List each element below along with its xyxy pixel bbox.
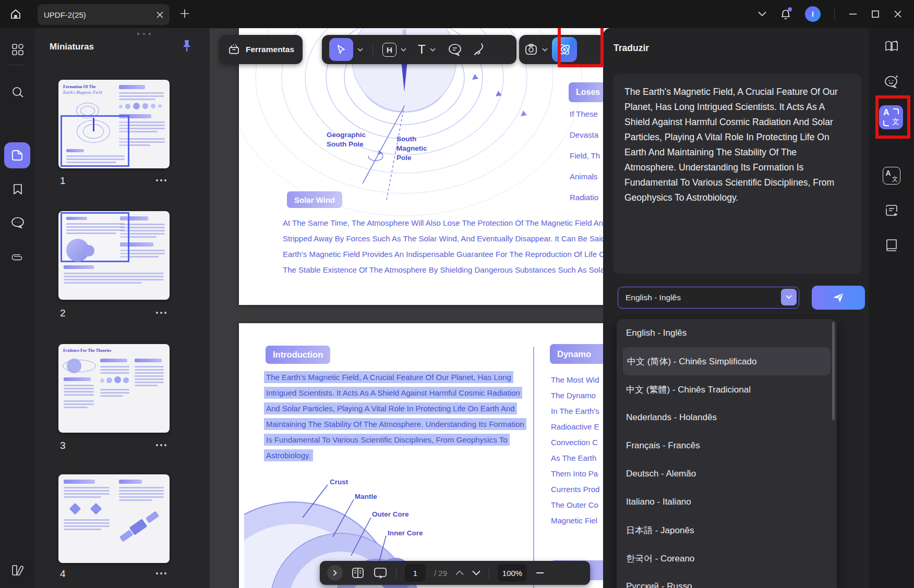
language-select[interactable]: English - Inglês bbox=[618, 287, 799, 309]
translated-text-area[interactable]: The Earth's Magnetic Field, A Crucial Fe… bbox=[613, 74, 861, 274]
bookmark-icon bbox=[11, 182, 25, 196]
selected-text-line[interactable]: The Earth's Magnetic Field, A Crucial Fe… bbox=[264, 373, 513, 382]
reader-mode-button[interactable] bbox=[0, 564, 35, 578]
zoom-out-button[interactable] bbox=[535, 568, 545, 578]
comments-button[interactable] bbox=[0, 216, 35, 229]
selected-text-line[interactable]: Is Fundamental To Various Scientific Dis… bbox=[264, 435, 510, 445]
home-button[interactable] bbox=[5, 4, 26, 24]
scrollbar-thumb[interactable] bbox=[832, 322, 835, 420]
document-tab[interactable]: UPDF-2(25) bbox=[38, 4, 170, 25]
selected-text-line[interactable]: Maintaining The Stability Of The Atmosph… bbox=[264, 420, 526, 429]
avatar[interactable]: I bbox=[805, 6, 821, 22]
chevron-down-icon[interactable] bbox=[758, 11, 766, 17]
snapshot-icon[interactable] bbox=[524, 43, 538, 56]
language-options-list: English - Inglês 中文 (简体) - Chinês Simpli… bbox=[617, 319, 837, 588]
translate-send-button[interactable] bbox=[812, 286, 865, 310]
chevron-down-icon[interactable] bbox=[357, 48, 363, 52]
bar-separator bbox=[489, 567, 489, 579]
thumbnail-more-button[interactable] bbox=[156, 440, 166, 450]
heading-tool-button[interactable]: H bbox=[382, 43, 396, 57]
page-thumbnail-1[interactable]: Formation Of The Earth's Magnetic Field bbox=[58, 80, 170, 168]
selected-text-line[interactable]: Intrigued Scientists. It Acts As A Shiel… bbox=[264, 388, 522, 398]
geographic-south-pole-label: Geographic South Pole bbox=[327, 130, 366, 149]
body-text-line: At The Same Time, The Atmosphere Will Al… bbox=[283, 218, 619, 227]
new-tab-button[interactable] bbox=[178, 7, 191, 20]
mantle-label: Mantle bbox=[355, 492, 377, 501]
zoom-level-value: 100% bbox=[502, 569, 522, 578]
pin-button[interactable] bbox=[180, 39, 194, 54]
tools-button[interactable]: Ferramentas bbox=[219, 35, 303, 64]
chevron-down-icon[interactable] bbox=[401, 48, 406, 52]
grid-icon bbox=[11, 43, 25, 56]
dynamo-text-line: The Dynamo bbox=[551, 391, 596, 400]
selected-text-line[interactable]: And Solar Particles, Playing A Vital Rol… bbox=[264, 404, 517, 413]
thumbnail-more-button[interactable] bbox=[156, 308, 166, 318]
text-glyph: T bbox=[418, 42, 426, 56]
language-option[interactable]: Italiano - Italiano bbox=[617, 488, 837, 516]
minimize-button[interactable] bbox=[848, 9, 858, 19]
signature-tool-button[interactable] bbox=[472, 42, 486, 57]
language-option[interactable]: Русский - Russo bbox=[617, 572, 837, 588]
language-option[interactable]: 日本語 - Japonês bbox=[617, 516, 837, 544]
left-icon-rail bbox=[0, 28, 35, 588]
page-number-input[interactable]: 1 bbox=[405, 564, 426, 582]
glossary-button[interactable] bbox=[869, 239, 914, 252]
chevron-down-icon[interactable] bbox=[430, 48, 436, 52]
close-window-button[interactable] bbox=[893, 9, 903, 19]
annotation-highlight-translate-tab bbox=[875, 95, 910, 139]
toolbar-separator bbox=[372, 43, 373, 56]
notifications-button[interactable] bbox=[780, 8, 791, 20]
heading-glyph: H bbox=[387, 45, 392, 54]
language-option[interactable]: English - Inglês bbox=[617, 319, 837, 347]
body-text-line: The Stable Existence Of The Atmosphere B… bbox=[283, 265, 619, 274]
two-page-view-icon[interactable] bbox=[351, 567, 365, 579]
zoom-level-input[interactable]: 100% bbox=[498, 564, 527, 582]
language-option[interactable]: Nederlands - Holandês bbox=[617, 403, 837, 432]
apps-grid-button[interactable] bbox=[0, 43, 35, 56]
home-icon bbox=[9, 8, 22, 20]
search-button[interactable] bbox=[0, 85, 35, 99]
bookmarks-button[interactable] bbox=[0, 182, 35, 196]
updf-app-window: Geographic South Pole South Magnetic Pol… bbox=[0, 0, 914, 588]
language-option[interactable]: Français - Francês bbox=[617, 432, 837, 460]
page-thumbnail-3[interactable]: Evidence For The Theories bbox=[58, 344, 170, 433]
ai-summary-button[interactable] bbox=[869, 203, 914, 218]
ai-read-button[interactable] bbox=[869, 40, 914, 53]
page-viewport-indicator[interactable] bbox=[61, 212, 129, 262]
expand-button[interactable] bbox=[327, 565, 343, 581]
presentation-mode-icon[interactable] bbox=[373, 567, 388, 579]
pages-icon bbox=[10, 149, 24, 162]
panel-drag-handle[interactable] bbox=[137, 33, 151, 35]
language-select-chevron-button[interactable] bbox=[781, 289, 797, 305]
thumbnails-tab-active[interactable] bbox=[4, 142, 30, 168]
close-tab-icon[interactable] bbox=[157, 11, 163, 18]
dynamo-text-line: The Most Wid bbox=[551, 375, 599, 384]
translate-outline-icon: A 文 bbox=[883, 167, 900, 185]
compare-translate-button[interactable]: A 文 bbox=[869, 167, 914, 185]
book-edit-icon bbox=[10, 564, 25, 578]
select-tool-button-active[interactable] bbox=[329, 38, 353, 61]
attachments-button[interactable] bbox=[0, 250, 35, 265]
chevron-down-icon[interactable] bbox=[542, 48, 548, 52]
page-viewport-indicator[interactable] bbox=[61, 115, 129, 167]
titlebar-separator bbox=[834, 8, 835, 20]
ai-chat-button[interactable] bbox=[869, 74, 914, 89]
maximize-button[interactable] bbox=[871, 10, 880, 18]
body-text-line: Earth's Magnetic Field Provides An Indis… bbox=[283, 250, 617, 259]
next-page-button[interactable] bbox=[472, 570, 480, 575]
solar-wind-badge: Solar Wind bbox=[287, 191, 342, 208]
thumbnail-more-button[interactable] bbox=[156, 568, 166, 579]
chevron-right-icon bbox=[333, 570, 337, 576]
language-option[interactable]: 한국어 - Coreano bbox=[617, 544, 837, 572]
page-thumbnail-4[interactable] bbox=[58, 474, 170, 563]
text-tool-button[interactable]: T bbox=[418, 42, 426, 57]
crust-label: Crust bbox=[330, 477, 348, 487]
language-option[interactable]: 中文 (繁體) - Chinês Tradicional bbox=[617, 375, 837, 403]
previous-page-button[interactable] bbox=[455, 570, 464, 575]
language-option[interactable]: Deutsch - Alemão bbox=[617, 460, 837, 488]
introduction-badge: Introduction bbox=[266, 346, 330, 364]
language-option-highlighted[interactable]: 中文 (简体) - Chinês Simplificado bbox=[623, 347, 831, 375]
comment-tool-button[interactable] bbox=[447, 43, 463, 56]
page-thumbnail-2[interactable] bbox=[58, 211, 170, 300]
thumbnail-more-button[interactable] bbox=[156, 175, 166, 186]
